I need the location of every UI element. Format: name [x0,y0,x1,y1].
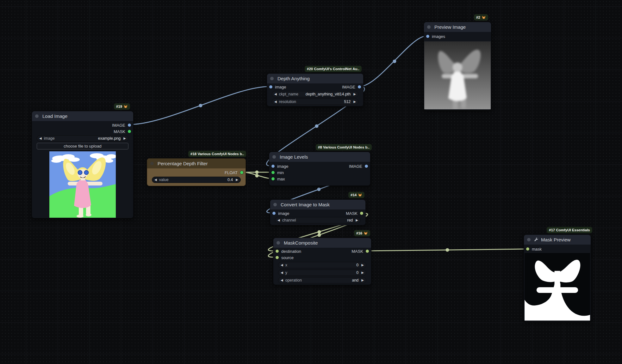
decrement-arrow-icon[interactable]: ◀ [39,137,42,140]
mask-output-dot[interactable] [366,250,369,253]
node-mask-preview[interactable]: Mask Preview mask [524,234,591,322]
collapse-dot[interactable] [35,114,39,118]
image-input-dot[interactable] [269,85,272,88]
min-input-dot[interactable] [271,171,275,174]
node-badge: #18 Various ComfyUI Nodes b.. [188,151,246,157]
input-slot-max[interactable]: max [271,176,285,182]
increment-arrow-icon[interactable]: ▶ [361,279,364,282]
output-slot-mask[interactable]: MASK [351,248,369,254]
mask-output-dot[interactable] [128,130,131,133]
input-slot-image[interactable]: image [272,210,289,216]
output-slot-float[interactable]: FLOAT [225,169,243,176]
wrench-icon [534,237,538,242]
node-title-bar[interactable]: Mask Preview [524,235,591,245]
node-mask-composite[interactable]: MaskComposite destination MASK source ◀ … [273,238,371,285]
node-title: Mask Preview [541,237,570,242]
node-graph-canvas[interactable]: #19 #20 ComfyUI's ControlNet Au.. #2 #18… [0,0,622,364]
source-input-dot[interactable] [276,256,279,259]
node-title-bar[interactable]: MaskComposite [273,238,371,248]
image-input-dot[interactable] [272,212,276,215]
input-slot-image[interactable]: image [269,84,286,90]
image-output-dot[interactable] [128,124,131,127]
ckpt-name-widget[interactable]: ◀ ckpt_name depth_anything_vitl14.pth ▶ [272,91,358,97]
node-image-levels[interactable]: Image Levels image IMAGE min max [269,152,370,186]
fox-icon [123,104,128,109]
node-convert-image-to-mask[interactable]: Convert Image to Mask image MASK ◀ chann… [270,199,366,225]
decrement-arrow-icon[interactable]: ◀ [281,264,283,267]
mask-output-dot[interactable] [360,212,363,215]
node-title: MaskComposite [284,240,318,246]
collapse-dot[interactable] [150,162,154,165]
increment-arrow-icon[interactable]: ▶ [123,137,126,140]
collapse-dot[interactable] [277,241,280,245]
node-title-bar[interactable]: Image Levels [269,152,370,162]
increment-arrow-icon[interactable]: ▶ [353,93,356,96]
images-input-dot[interactable] [426,35,429,38]
node-badge: #17 ComfyUI Essentials [547,227,592,233]
collapse-dot[interactable] [273,203,277,206]
input-slot-mask[interactable]: mask [526,246,542,252]
node-title-bar[interactable]: Load Image [32,111,133,121]
output-slot-image[interactable]: IMAGE [112,122,131,128]
increment-arrow-icon[interactable]: ▶ [353,100,356,103]
collapse-dot[interactable] [270,77,274,80]
node-preview-image[interactable]: Preview Image images [424,22,491,110]
decrement-arrow-icon[interactable]: ◀ [274,93,277,96]
collapse-dot[interactable] [272,155,276,159]
decrement-arrow-icon[interactable]: ◀ [281,279,283,282]
loaded-image-preview [49,151,116,218]
output-slot-image[interactable]: IMAGE [342,84,361,90]
collapse-dot[interactable] [527,238,531,241]
y-widget[interactable]: ◀ y 0 ▶ [278,270,366,276]
fox-icon [358,193,362,197]
node-title-bar[interactable]: Depth Anything [267,74,363,83]
node-badge: #20 ComfyUI's ControlNet Au.. [305,66,362,72]
node-load-image[interactable]: Load Image IMAGE MASK ◀ image example.pn… [32,111,134,218]
increment-arrow-icon[interactable]: ▶ [361,264,364,267]
decrement-arrow-icon[interactable]: ◀ [154,178,157,181]
node-title: Depth Anything [277,76,310,81]
fox-icon [482,15,486,20]
node-badge: #19 [114,103,130,110]
node-title-bar[interactable]: Percentage Depth Filter [147,159,246,168]
operation-widget[interactable]: ◀ operation and ▶ [278,277,366,283]
decrement-arrow-icon[interactable]: ◀ [277,219,280,222]
node-title-bar[interactable]: Convert Image to Mask [270,200,365,209]
node-percentage-depth-filter[interactable]: Percentage Depth Filter FLOAT ◀ value 0.… [147,158,246,186]
input-slot-destination[interactable]: destination [276,248,301,254]
node-title-bar[interactable]: Preview Image [424,22,491,32]
destination-input-dot[interactable] [276,250,279,253]
x-widget[interactable]: ◀ x 0 ▶ [278,262,366,268]
input-slot-image[interactable]: image [271,163,288,169]
mask-input-dot[interactable] [526,247,529,251]
input-slot-source[interactable]: source [276,254,294,261]
choose-file-button[interactable]: choose file to upload [37,143,128,149]
decrement-arrow-icon[interactable]: ◀ [281,271,283,274]
image-input-dot[interactable] [271,165,275,168]
node-depth-anything[interactable]: Depth Anything image IMAGE ◀ ckpt_name d… [267,73,364,106]
increment-arrow-icon[interactable]: ▶ [356,219,358,222]
decrement-arrow-icon[interactable]: ◀ [274,100,277,103]
increment-arrow-icon[interactable]: ▶ [236,178,238,181]
node-title: Percentage Depth Filter [158,161,208,166]
node-title: Load Image [42,113,67,119]
float-output-dot[interactable] [240,171,243,174]
image-output-dot[interactable] [365,165,368,168]
max-input-dot[interactable] [271,177,275,180]
value-widget[interactable]: ◀ value 0.4 ▶ [152,177,241,183]
node-title: Preview Image [434,24,466,30]
image-output-dot[interactable] [358,85,361,88]
input-slot-images[interactable]: images [426,33,445,39]
increment-arrow-icon[interactable]: ▶ [361,271,364,274]
node-badge: #2 [474,14,488,21]
image-combo-widget[interactable]: ◀ image example.png ▶ [37,135,128,142]
collapse-dot[interactable] [427,25,431,29]
input-slot-min[interactable]: min [271,169,284,176]
output-slot-mask[interactable]: MASK [346,210,363,216]
output-slot-image[interactable]: IMAGE [349,163,368,169]
output-slot-mask[interactable]: MASK [114,128,131,135]
resolution-widget[interactable]: ◀ resolution 512 ▶ [272,99,358,105]
depth-map-preview [424,41,491,109]
node-badge: #8 Various ComfyUI Nodes b.. [316,144,372,150]
channel-widget[interactable]: ◀ channel red ▶ [275,217,361,223]
